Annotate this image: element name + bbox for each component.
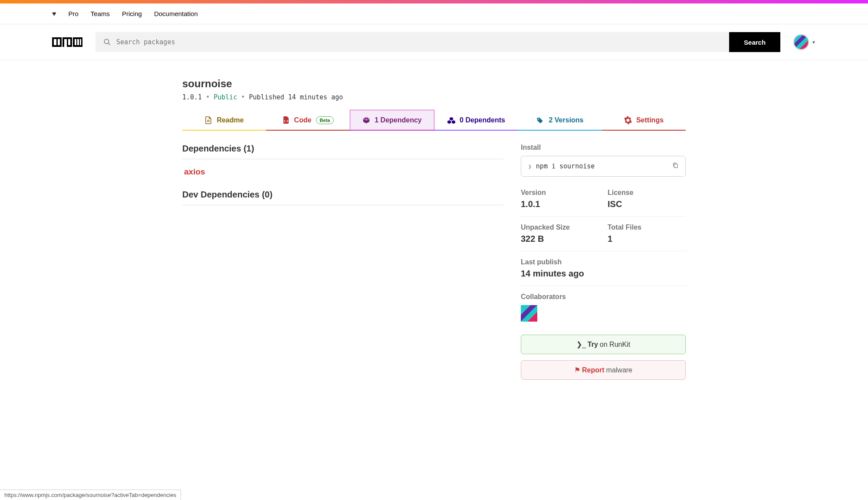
devdeps-heading: Dev Dependencies (0) xyxy=(182,190,503,205)
tab-label: Settings xyxy=(636,116,664,124)
install-box[interactable]: ❯ npm i sournoise xyxy=(521,156,686,177)
flag-icon: ⚑ xyxy=(574,366,580,374)
package-version: 1.0.1 xyxy=(182,93,202,101)
tab-label: 0 Dependents xyxy=(460,116,505,124)
collab-label: Collaborators xyxy=(521,293,686,301)
heart-icon[interactable]: ♥ xyxy=(52,10,56,18)
tab-label: Readme xyxy=(217,116,243,124)
file-icon xyxy=(204,116,212,124)
code-file-icon xyxy=(282,116,290,124)
package-meta: 1.0.1 • Public • Published 14 minutes ag… xyxy=(182,93,686,101)
svg-rect-0 xyxy=(52,37,62,47)
package-title: sournoise xyxy=(182,78,686,90)
tab-versions[interactable]: 2 Versions xyxy=(518,110,602,130)
svg-rect-7 xyxy=(75,39,76,45)
svg-rect-5 xyxy=(68,39,70,45)
svg-rect-1 xyxy=(54,39,56,45)
tab-label: Code xyxy=(294,116,312,124)
search-form: Search xyxy=(95,32,780,52)
nav-pro[interactable]: Pro xyxy=(69,10,79,17)
svg-rect-4 xyxy=(64,39,67,47)
nav-documentation[interactable]: Documentation xyxy=(154,10,198,17)
tab-label: 2 Versions xyxy=(549,116,583,124)
copy-icon[interactable] xyxy=(672,162,678,170)
collaborator-avatar[interactable] xyxy=(521,305,537,322)
runkit-rest: on RunKit xyxy=(600,341,630,349)
gradient-bar xyxy=(0,0,868,3)
terminal-icon: ❯_ xyxy=(576,340,586,349)
runkit-try: Try xyxy=(588,341,598,349)
report-label: Report xyxy=(582,366,605,374)
tab-dependency[interactable]: 1 Dependency xyxy=(350,110,434,130)
info-label: Last publish xyxy=(521,258,686,266)
dot-sep: • xyxy=(241,93,249,101)
top-nav: ♥ Pro Teams Pricing Documentation xyxy=(0,3,868,24)
gear-icon xyxy=(624,116,632,124)
report-rest: malware xyxy=(606,366,632,374)
info-label: Version xyxy=(521,189,599,197)
search-bar: Search ▼ xyxy=(0,24,868,60)
info-value: ISC xyxy=(608,199,686,209)
info-lastpub: Last publish 14 minutes ago xyxy=(521,258,686,279)
dep-link-axios[interactable]: axios xyxy=(184,167,205,177)
svg-point-10 xyxy=(104,39,109,44)
svg-rect-2 xyxy=(58,39,60,45)
avatar xyxy=(793,34,809,50)
left-column: Dependencies (1) axios Dev Dependencies … xyxy=(182,144,503,380)
tab-readme[interactable]: Readme xyxy=(182,110,266,130)
main-content: sournoise 1.0.1 • Public • Published 14 … xyxy=(130,60,738,380)
svg-rect-16 xyxy=(674,164,677,168)
content-area: Dependencies (1) axios Dev Dependencies … xyxy=(182,144,686,380)
info-value: 1 xyxy=(608,234,686,244)
info-row-version-license: Version 1.0.1 License ISC xyxy=(521,189,686,217)
info-files: Total Files 1 xyxy=(608,224,686,244)
info-value: 14 minutes ago xyxy=(521,269,686,279)
tab-code[interactable]: Code Beta xyxy=(266,110,350,130)
info-label: License xyxy=(608,189,686,197)
search-icon xyxy=(103,38,111,46)
svg-point-15 xyxy=(627,119,629,121)
install-command: npm i sournoise xyxy=(536,162,595,170)
chevron-down-icon: ▼ xyxy=(812,40,816,45)
search-input-wrap xyxy=(95,32,729,52)
info-row-size-files: Unpacked Size 322 B Total Files 1 xyxy=(521,217,686,251)
nav-teams[interactable]: Teams xyxy=(91,10,110,17)
package-published: Published 14 minutes ago xyxy=(249,93,343,101)
tab-dependents[interactable]: 0 Dependents xyxy=(434,110,518,130)
tabs: Readme Code Beta 1 Dependency 0 Dependen… xyxy=(182,110,686,131)
chevron-right-icon: ❯ xyxy=(528,163,532,170)
info-row-lastpub: Last publish 14 minutes ago xyxy=(521,251,686,286)
svg-rect-3 xyxy=(62,37,72,47)
tags-icon xyxy=(536,116,544,124)
report-malware-button[interactable]: ⚑Report malware xyxy=(521,360,686,380)
info-label: Unpacked Size xyxy=(521,224,599,231)
info-label: Total Files xyxy=(608,224,686,231)
collaborators: Collaborators xyxy=(521,286,686,329)
info-license: License ISC xyxy=(608,189,686,209)
install-label: Install xyxy=(521,144,686,151)
npm-logo-icon xyxy=(52,37,82,47)
info-size: Unpacked Size 322 B xyxy=(521,224,599,244)
dot-sep: • xyxy=(206,93,214,101)
search-button[interactable]: Search xyxy=(729,32,780,52)
package-visibility: Public xyxy=(214,93,237,101)
svg-line-11 xyxy=(108,43,110,45)
tab-label: 1 Dependency xyxy=(375,116,421,124)
search-input[interactable] xyxy=(111,32,721,52)
svg-point-14 xyxy=(538,118,539,119)
beta-badge: Beta xyxy=(316,116,334,124)
info-version: Version 1.0.1 xyxy=(521,189,599,209)
info-value: 1.0.1 xyxy=(521,199,599,209)
tab-settings[interactable]: Settings xyxy=(602,110,686,130)
svg-rect-9 xyxy=(80,39,81,45)
deps-heading: Dependencies (1) xyxy=(182,144,503,159)
npm-logo[interactable] xyxy=(52,37,82,47)
box-icon xyxy=(362,116,370,124)
boxes-icon xyxy=(447,116,455,124)
svg-rect-8 xyxy=(77,39,79,45)
user-menu[interactable]: ▼ xyxy=(793,34,816,50)
sidebar: Install ❯ npm i sournoise Version 1.0.1 … xyxy=(521,144,686,380)
info-value: 322 B xyxy=(521,234,599,244)
nav-pricing[interactable]: Pricing xyxy=(122,10,142,17)
try-runkit-button[interactable]: ❯_Try on RunKit xyxy=(521,335,686,354)
